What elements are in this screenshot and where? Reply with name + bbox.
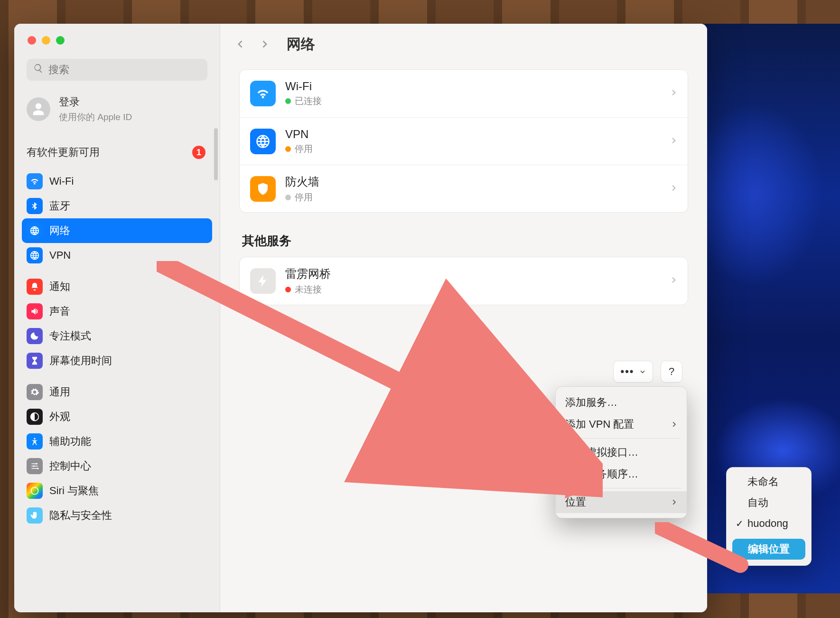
more-menu-button[interactable]: ••• [613,361,653,383]
service-status: 停用 [295,143,313,155]
sidebar-item-label: 通用 [49,385,70,399]
chevron-down-icon [639,368,646,375]
service-status: 停用 [295,191,313,204]
service-status: 未连接 [295,283,322,296]
close-button[interactable] [28,36,36,45]
search-icon [33,63,44,76]
software-update-row[interactable]: 有软件更新可用 1 [14,128,220,169]
service-title: Wi-Fi [285,80,322,93]
nav-forward-button[interactable] [257,37,271,51]
menu-add-service[interactable]: 添加服务… [556,392,687,413]
sidebar-item-1[interactable]: 蓝牙 [22,194,212,218]
location-option[interactable]: 自动 [727,492,811,513]
service-row[interactable]: 防火墙停用 [240,165,688,212]
sidebar-item-11[interactable]: 控制中心 [22,454,212,478]
service-row[interactable]: 雷雳网桥未连接 [240,257,688,305]
bell-icon [27,279,43,295]
sidebar-item-label: 外观 [49,410,70,424]
globe-icon [250,129,276,154]
sidebar-item-label: Siri 与聚焦 [49,484,99,498]
status-dot [285,287,291,292]
globe-icon [27,223,43,239]
search-input[interactable] [48,64,201,76]
check-icon: ✓ [735,518,744,529]
help-button[interactable]: ? [661,361,682,383]
search-field[interactable] [27,59,207,81]
sidebar-item-8[interactable]: 通用 [22,380,212,404]
service-row[interactable]: Wi-Fi已连接 [240,70,688,117]
hourglass-icon [27,353,43,369]
location-option[interactable]: ✓huodong [727,513,811,534]
menu-add-vpn[interactable]: 添加 VPN 配置 [556,413,687,435]
menu-manage-virtual[interactable]: 管理虚拟接口… [556,441,687,463]
sidebar-item-label: 蓝牙 [49,199,70,213]
globe-icon [27,247,43,263]
sidebar-item-label: 控制中心 [49,459,91,473]
bluetooth-icon [27,198,43,214]
software-update-label: 有软件更新可用 [27,145,100,159]
maximize-button[interactable] [56,36,65,45]
primary-services-card: Wi-Fi已连接VPN停用防火墙停用 [239,69,688,213]
sidebar-item-4[interactable]: 通知 [22,274,212,299]
speaker-icon [27,303,43,319]
sliders-icon [27,458,43,474]
service-title: VPN [285,128,313,141]
ellipsis-icon: ••• [620,365,634,378]
chevron-right-icon [671,421,677,428]
account-row[interactable]: 登录 使用你的 Apple ID [14,81,220,128]
content-header: 网络 [220,24,707,65]
sidebar-item-label: 隐私与安全性 [49,508,112,523]
bottom-controls: ••• ? [613,361,682,383]
chevron-right-icon [670,184,677,194]
avatar [27,97,50,121]
service-title: 防火墙 [285,174,319,189]
content-area: 网络 Wi-Fi已连接VPN停用防火墙停用 其他服务 雷雳网桥未连接 ••• ?… [220,24,707,612]
bolt-icon [250,268,276,294]
edit-locations-button[interactable]: 编辑位置 [732,539,805,560]
sidebar-item-6[interactable]: 专注模式 [22,324,212,348]
svg-point-2 [36,463,37,464]
menu-separator [561,438,681,439]
menu-add-vpn-label: 添加 VPN 配置 [565,417,634,431]
gear-icon [27,384,43,400]
sidebar-item-label: 声音 [49,304,70,318]
sidebar-item-label: 专注模式 [49,329,91,343]
sidebar-item-10[interactable]: 辅助功能 [22,429,212,454]
moon-icon [27,328,43,344]
menu-add-service-label: 添加服务… [565,395,617,410]
sidebar-item-5[interactable]: 声音 [22,299,212,324]
window-controls [14,24,220,45]
menu-location[interactable]: 位置 [556,491,687,513]
sidebar-item-label: 网络 [49,224,70,238]
hand-icon [27,507,43,524]
nav-back-button[interactable] [233,37,248,51]
more-menu-popup: 添加服务… 添加 VPN 配置 管理虚拟接口… 设定服务顺序… 位置 [555,386,687,518]
service-row[interactable]: VPN停用 [240,117,688,165]
svg-point-4 [37,468,38,469]
sidebar-item-0[interactable]: Wi-Fi [22,169,212,194]
status-dot [285,195,291,200]
menu-location-label: 位置 [565,495,586,509]
sidebar: 登录 使用你的 Apple ID 有软件更新可用 1 Wi-Fi蓝牙网络VPN通… [14,24,220,612]
help-icon: ? [669,365,674,378]
chevron-right-icon [671,499,677,506]
service-status: 已连接 [295,95,322,107]
location-option-label: huodong [747,517,788,530]
sidebar-item-3[interactable]: VPN [22,243,212,268]
sidebar-item-label: 辅助功能 [49,434,91,449]
chevron-right-icon [670,137,677,146]
menu-set-order[interactable]: 设定服务顺序… [556,463,687,485]
location-option[interactable]: 未命名 [727,471,811,492]
sidebar-scrollbar[interactable] [214,128,218,180]
sidebar-item-2[interactable]: 网络 [22,218,212,243]
sidebar-item-12[interactable]: Siri 与聚焦 [22,478,212,503]
sidebar-item-label: Wi-Fi [49,175,74,187]
minimize-button[interactable] [42,36,50,45]
sidebar-item-7[interactable]: 屏幕使用时间 [22,348,212,373]
account-subtitle: 使用你的 Apple ID [59,111,132,123]
status-dot [285,98,291,104]
sidebar-item-9[interactable]: 外观 [22,404,212,429]
location-submenu: 未命名自动✓huodong编辑位置 [726,467,812,566]
sidebar-item-13[interactable]: 隐私与安全性 [22,503,212,528]
settings-window: 登录 使用你的 Apple ID 有软件更新可用 1 Wi-Fi蓝牙网络VPN通… [14,24,707,612]
